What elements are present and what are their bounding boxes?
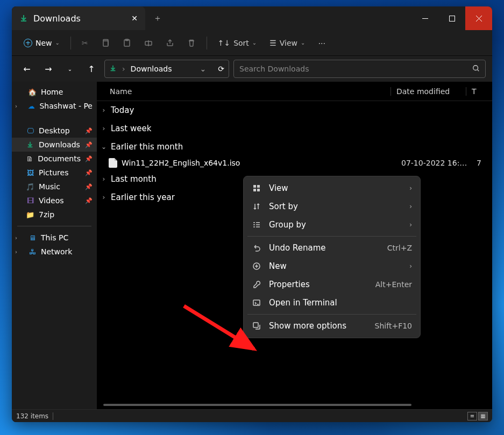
- trash-icon: [187, 39, 196, 47]
- sidebar-label: Downloads: [39, 140, 80, 149]
- file-row[interactable]: Win11_22H2_English_x64v1.iso 07-10-2022 …: [97, 156, 492, 170]
- sidebar-item-desktop[interactable]: 🖵 Desktop 📌: [12, 124, 97, 138]
- chevron-down-icon[interactable]: ⌄: [200, 65, 207, 73]
- file-icon: [109, 158, 117, 168]
- close-button[interactable]: [465, 6, 492, 30]
- sidebar-item-home[interactable]: 🏠 Home: [12, 85, 97, 99]
- details-view-button[interactable]: ≡: [467, 412, 477, 420]
- share-button[interactable]: [160, 35, 180, 51]
- sidebar-item-onedrive[interactable]: › ☁ Shashwat - Pe: [12, 99, 97, 113]
- svg-rect-9: [253, 189, 256, 191]
- terminal-icon: [252, 298, 261, 308]
- sidebar-item-7zip[interactable]: 📁 7zip: [12, 208, 97, 222]
- group-label: Today: [111, 105, 134, 115]
- back-button[interactable]: ←: [18, 60, 36, 77]
- sort-button[interactable]: ↑↓ Sort ⌄: [212, 35, 262, 51]
- address-bar[interactable]: › Downloads ⌄ ⟳: [104, 60, 229, 78]
- file-name: Win11_22H2_English_x64v1.iso: [122, 159, 401, 167]
- rename-icon: [144, 39, 153, 47]
- sidebar-label: Videos: [39, 196, 64, 205]
- document-icon: 🗎: [26, 154, 33, 163]
- chevron-down-icon: ⌄: [55, 40, 60, 46]
- column-type[interactable]: T: [466, 87, 492, 96]
- menu-item-terminal[interactable]: Open in Terminal: [246, 294, 417, 312]
- sidebar-item-documents[interactable]: 🗎 Documents 📌: [12, 152, 97, 166]
- chevron-right-icon: ›: [409, 221, 412, 229]
- maximize-button[interactable]: [438, 6, 465, 30]
- chevron-down-icon: ⌄: [301, 40, 305, 46]
- sidebar-item-network[interactable]: › 🖧 Network: [12, 245, 97, 259]
- ellipsis-icon: ⋯: [318, 39, 325, 47]
- rename-button[interactable]: [139, 35, 158, 51]
- more-button[interactable]: ⋯: [313, 35, 331, 51]
- thumbnails-view-button[interactable]: ▦: [478, 412, 488, 420]
- menu-item-groupby[interactable]: Group by ›: [246, 216, 417, 234]
- cloud-icon: ☁: [27, 102, 35, 110]
- group-today[interactable]: › Today: [97, 101, 492, 119]
- pc-icon: 🖥: [28, 233, 37, 242]
- sidebar-item-videos[interactable]: 🎞 Videos 📌: [12, 194, 97, 208]
- menu-item-new[interactable]: New ›: [246, 257, 417, 275]
- folder-icon: 📁: [26, 210, 34, 219]
- tab-close-icon[interactable]: ✕: [131, 14, 138, 23]
- chevron-right-icon[interactable]: ›: [15, 249, 17, 255]
- columnce-name[interactable]: Name: [97, 87, 391, 96]
- svg-rect-10: [257, 189, 260, 191]
- menu-label: Show more options: [269, 321, 367, 331]
- more-options-icon: [252, 321, 261, 331]
- network-icon: 🖧: [28, 247, 37, 256]
- pin-icon: 📌: [85, 141, 93, 148]
- menu-item-undo[interactable]: Undo Rename Ctrl+Z: [246, 239, 417, 257]
- menu-item-showmore[interactable]: Show more options Shift+F10: [246, 317, 417, 335]
- music-icon: 🎵: [26, 182, 34, 191]
- cut-button[interactable]: ✂: [76, 35, 94, 51]
- sidebar-item-music[interactable]: 🎵 Music 📌: [12, 180, 97, 194]
- breadcrumb-location[interactable]: Downloads: [131, 65, 172, 73]
- wrench-icon: [252, 280, 261, 289]
- undo-icon: [252, 243, 261, 253]
- paste-button[interactable]: [117, 35, 137, 51]
- sidebar-item-pictures[interactable]: 🖼 Pictures 📌: [12, 166, 97, 180]
- horizontal-scrollbar[interactable]: [103, 404, 411, 406]
- svg-rect-13: [253, 323, 258, 327]
- minimize-button[interactable]: [411, 6, 438, 30]
- grid-icon: [252, 183, 261, 193]
- tab-downloads[interactable]: Downloads ✕: [12, 6, 145, 30]
- paste-icon: [123, 39, 131, 47]
- status-count: 132 items: [16, 412, 48, 420]
- delete-button[interactable]: [182, 35, 201, 51]
- sort-label: Sort: [233, 39, 249, 47]
- chevron-right-icon: ›: [100, 175, 108, 183]
- chevron-right-icon[interactable]: ›: [15, 103, 17, 109]
- chevron-right-icon[interactable]: ›: [15, 235, 17, 241]
- sort-icon: [252, 202, 261, 211]
- menu-item-properties[interactable]: Properties Alt+Enter: [246, 275, 417, 294]
- up-button[interactable]: ↑: [83, 60, 100, 77]
- sidebar-item-thispc[interactable]: › 🖥 This PC: [12, 231, 97, 245]
- home-icon: 🏠: [28, 88, 37, 96]
- new-tab-button[interactable]: ＋: [145, 6, 170, 30]
- recent-button[interactable]: ⌄: [61, 60, 79, 77]
- navigation-row: ← → ⌄ ↑ › Downloads ⌄ ⟳ Search Downloads: [12, 56, 492, 82]
- refresh-button[interactable]: ⟳: [218, 65, 224, 73]
- plus-circle-icon: +: [24, 39, 32, 47]
- sidebar-label: Music: [39, 182, 60, 191]
- forward-button[interactable]: →: [40, 60, 57, 77]
- menu-item-view[interactable]: View ›: [246, 179, 417, 197]
- group-earliermonth[interactable]: ⌄ Earlier this month: [97, 138, 492, 156]
- menu-shortcut: Shift+F10: [375, 322, 412, 330]
- pin-icon: 📌: [85, 169, 93, 176]
- menu-item-sortby[interactable]: Sort by ›: [246, 197, 417, 216]
- view-button[interactable]: ☰ View ⌄: [264, 35, 310, 51]
- menu-shortcut: Alt+Enter: [375, 280, 412, 289]
- group-lastweek[interactable]: › Last week: [97, 119, 492, 138]
- menu-shortcut: Ctrl+Z: [387, 244, 412, 252]
- new-button[interactable]: + New ⌄: [18, 35, 65, 51]
- search-input[interactable]: Search Downloads: [233, 60, 486, 78]
- sidebar-item-downloads[interactable]: Downloads 📌: [12, 138, 97, 152]
- sidebar-label: Network: [41, 247, 72, 256]
- pin-icon: 📌: [85, 155, 93, 162]
- column-date[interactable]: Date modified: [391, 87, 466, 96]
- group-label: Last week: [111, 124, 151, 133]
- copy-button[interactable]: [96, 35, 115, 51]
